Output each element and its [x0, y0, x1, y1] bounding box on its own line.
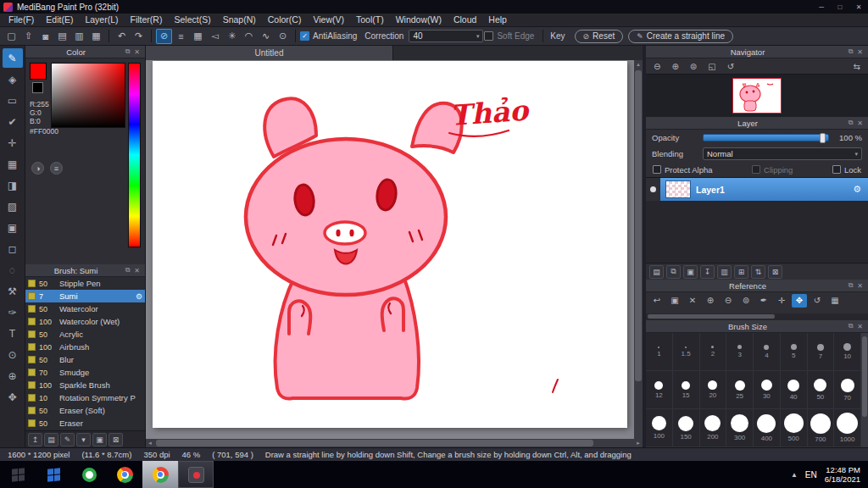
new-canvas-icon[interactable]: ▢ [3, 29, 19, 44]
medibang-taskbar-icon[interactable] [178, 461, 214, 488]
snap-curve-icon[interactable]: ∿ [258, 29, 274, 44]
brush-item-airbrush[interactable]: 100Airbrush [25, 341, 145, 353]
correction-dropdown[interactable]: 40 ▾ [409, 30, 483, 42]
divide-tool[interactable]: ▦ [3, 154, 23, 174]
brush-item-eraser[interactable]: 50Eraser (Soft) [25, 404, 145, 417]
select-tool[interactable]: ▭ [3, 91, 23, 110]
scroll-up-icon[interactable]: ▲ [636, 62, 641, 67]
brush-item-watercolor[interactable]: 50Watercolor [25, 302, 145, 315]
ref-rotate-icon[interactable]: ↺ [810, 294, 825, 308]
menu-item-help[interactable]: Help [482, 14, 513, 26]
brush-size-20[interactable]: 20 [700, 371, 727, 409]
blending-dropdown[interactable]: Normal ▾ [703, 147, 862, 160]
panel-detach-icon[interactable]: ⧉ [846, 281, 855, 290]
snap-ellipse-icon[interactable]: ◠ [241, 29, 257, 44]
brush-item-blur[interactable]: 50Blur [25, 353, 145, 366]
text-tool[interactable]: T [3, 324, 23, 343]
layer-row[interactable]: Layer1 ⚙ [646, 178, 868, 201]
select-rect-tool[interactable]: ◻ [3, 239, 23, 258]
brush-settings-icon[interactable]: ⚙ [136, 292, 142, 301]
brush-size-2[interactable]: 2 [700, 333, 727, 371]
zoom-tool[interactable]: ⊕ [3, 366, 23, 385]
panel-close-icon[interactable]: ✕ [855, 119, 865, 127]
brush-item-sparkle-brush[interactable]: 100Sparkle Brush [25, 379, 145, 391]
brush-item-eraser[interactable]: 50Eraser [25, 417, 145, 430]
snap-vanishing-icon[interactable]: ◅ [207, 29, 223, 44]
fit-window-icon[interactable]: ◱ [708, 62, 715, 71]
open-reference-icon[interactable]: ▣ [667, 294, 682, 308]
snap-off-icon[interactable]: ⊘ [156, 29, 172, 44]
language-indicator[interactable]: EN [805, 470, 817, 480]
brush-size-10[interactable]: 10 [834, 333, 861, 371]
snap-radial-icon[interactable]: ✳ [224, 29, 240, 44]
menu-item-view[interactable]: View(V) [307, 14, 350, 26]
brush-item-rotation-symmetry-p[interactable]: 10Rotation Symmetry P [25, 391, 145, 404]
back-icon[interactable]: ↩ [649, 294, 665, 308]
ref-grid-icon[interactable]: ▦ [827, 294, 843, 308]
clipping-checkbox[interactable]: Clipping [752, 165, 793, 175]
import-layer-icon[interactable]: ↧ [700, 265, 715, 279]
grid-layout-icon[interactable]: ▦ [88, 29, 104, 44]
redo-icon[interactable]: ↷ [131, 29, 147, 44]
snap-grid-icon[interactable]: ▦ [190, 29, 206, 44]
transfer-layer-icon[interactable]: ⇅ [751, 265, 765, 279]
panel-detach-icon[interactable]: ⧉ [846, 119, 855, 127]
panel-close-icon[interactable]: ✕ [132, 267, 142, 274]
brush-size-12[interactable]: 12 [646, 371, 673, 409]
brush-size-100[interactable]: 100 [646, 409, 673, 447]
eyedropper-tool[interactable]: ⊙ [3, 345, 23, 364]
eraser-tool[interactable]: ◈ [3, 69, 23, 89]
panel-close-icon[interactable]: ✕ [132, 48, 142, 56]
merge-down-icon[interactable]: ▥ [717, 265, 732, 279]
reorder-up-icon[interactable]: ↥ [28, 433, 42, 446]
reference-scrollbar[interactable] [646, 313, 868, 320]
bucket-tool[interactable]: ◨ [3, 175, 23, 195]
export-icon[interactable]: ⇧ [20, 29, 36, 44]
brush-size-1-5[interactable]: 1.5 [673, 333, 700, 371]
scroll-thumb[interactable] [156, 440, 593, 446]
new-layer-icon[interactable]: ▤ [649, 265, 664, 279]
snap-parallel-icon[interactable]: ≡ [173, 29, 189, 44]
delete-brush-icon[interactable]: ⊠ [108, 433, 123, 446]
color-wheel-button[interactable]: ◑ [31, 162, 44, 175]
create-straight-line-button[interactable]: ✎ Create a straight line [628, 30, 733, 43]
ref-eyedropper-icon[interactable]: ✒ [756, 294, 771, 308]
panel-detach-icon[interactable]: ⧉ [123, 47, 132, 56]
brush-size-7[interactable]: 7 [808, 333, 835, 371]
ref-zoom-in-icon[interactable]: ⊕ [703, 294, 718, 308]
menu-item-color[interactable]: Color(C) [262, 14, 308, 26]
undo-icon[interactable]: ↶ [114, 29, 130, 44]
brush-size-700[interactable]: 700 [808, 409, 835, 447]
lock-checkbox[interactable]: Lock [832, 165, 861, 175]
close-reference-icon[interactable]: ✕ [685, 294, 700, 308]
control-point-tool[interactable]: ✑ [3, 302, 23, 322]
menu-item-filter[interactable]: Filter(R) [125, 14, 169, 26]
brush-size-25[interactable]: 25 [726, 371, 754, 409]
brush-item-stipple-pen[interactable]: 50Stipple Pen [25, 277, 145, 290]
close-button[interactable]: ✕ [849, 0, 868, 14]
chrome-icon[interactable] [107, 461, 142, 488]
panel-detach-icon[interactable]: ⧉ [846, 322, 855, 330]
edit-brush-icon[interactable]: ✎ [60, 433, 75, 446]
windows-flag-icon[interactable] [36, 461, 71, 488]
brush-item-sumi[interactable]: 7Sumi⚙ [25, 290, 145, 302]
antialiasing-checkbox[interactable]: ✓ [300, 31, 309, 41]
new-folder-icon[interactable]: ▣ [683, 265, 698, 279]
brush-size-4[interactable]: 4 [754, 333, 781, 371]
panel-close-icon[interactable]: ✕ [855, 282, 865, 290]
brush-folder-icon[interactable]: ▣ [92, 433, 107, 446]
menu-item-file[interactable]: File(F) [3, 14, 40, 26]
zoom-out-icon[interactable]: ⊖ [654, 62, 660, 71]
ref-move-icon[interactable]: ✛ [774, 294, 789, 308]
scroll-right-icon[interactable]: ► [636, 439, 641, 447]
brush-size-300[interactable]: 300 [726, 409, 754, 447]
snap-settings-icon[interactable]: ⊙ [275, 29, 291, 44]
auto-select-tool[interactable]: ✔ [3, 112, 23, 131]
saturation-value-picker[interactable] [51, 63, 125, 128]
start-button[interactable] [0, 461, 36, 488]
duplicate-layer-icon[interactable]: ⧉ [666, 265, 681, 279]
background-color-swatch[interactable] [32, 82, 43, 93]
brush-size-400[interactable]: 400 [754, 409, 781, 447]
brush-size-50[interactable]: 50 [808, 371, 835, 409]
app-icon-green[interactable] [71, 461, 107, 488]
